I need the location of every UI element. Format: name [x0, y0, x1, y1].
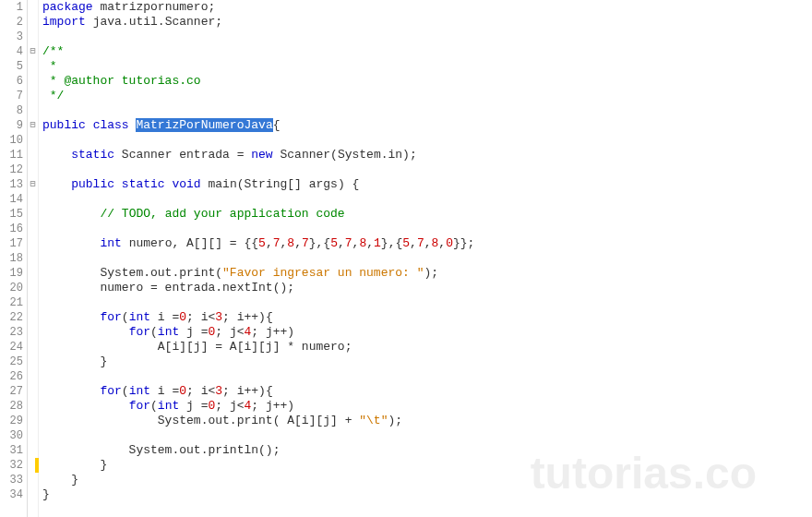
code-token: 0: [179, 310, 186, 324]
code-line[interactable]: *: [42, 59, 812, 74]
line-number: 15: [0, 207, 23, 222]
code-line[interactable]: /**: [42, 44, 812, 59]
code-line[interactable]: public class MatrizPorNumeroJava{: [42, 118, 812, 133]
code-line[interactable]: [42, 103, 812, 118]
code-line[interactable]: for(int j =0; j<4; j++): [42, 399, 812, 414]
line-number: 33: [0, 473, 23, 487]
code-token: /**: [42, 44, 64, 58]
fold-toggle-icon[interactable]: ⊟: [28, 177, 38, 192]
code-line[interactable]: System.out.print("Favor ingresar un nume…: [42, 266, 812, 281]
code-token: ; i<: [186, 384, 215, 398]
code-token: 7: [345, 236, 352, 250]
code-token: [86, 118, 93, 132]
code-token: public: [42, 118, 86, 132]
code-token: Scanner(System.in);: [273, 148, 417, 162]
line-number: 11: [0, 148, 23, 162]
code-line[interactable]: [42, 133, 812, 148]
code-line[interactable]: [42, 369, 812, 384]
code-line[interactable]: [42, 295, 812, 310]
fold-cell-empty: [28, 310, 38, 325]
code-line[interactable]: */: [42, 89, 812, 103]
code-token: ; i++){: [222, 384, 273, 398]
code-token: for: [129, 325, 150, 339]
code-token: },{: [381, 236, 402, 250]
line-number: 17: [0, 236, 23, 251]
code-token: (: [150, 325, 158, 339]
code-line[interactable]: A[i][j] = A[i][j] * numero;: [42, 340, 812, 355]
code-editor[interactable]: 1234567891011121314151617181920212223242…: [0, 0, 812, 517]
code-token: }: [42, 458, 107, 472]
fold-column[interactable]: ⊟⊟⊟: [28, 0, 39, 517]
code-token: * @author tutorias.co: [42, 74, 201, 88]
line-number: 31: [0, 443, 23, 458]
fold-cell-empty: [28, 15, 38, 30]
code-token: [42, 325, 129, 339]
code-token: ; j++): [251, 399, 294, 413]
code-line[interactable]: for(int j =0; j<4; j++): [42, 325, 812, 340]
code-line[interactable]: for(int i =0; i<3; i++){: [42, 310, 812, 325]
code-token: int: [158, 325, 179, 339]
line-number: 7: [0, 89, 23, 103]
line-number: 14: [0, 192, 23, 207]
code-line[interactable]: [42, 428, 812, 443]
code-token: }: [42, 487, 50, 501]
code-token: j =: [179, 399, 208, 413]
code-line[interactable]: // TODO, add your application code: [42, 207, 812, 222]
code-line[interactable]: static Scanner entrada = new Scanner(Sys…: [42, 148, 812, 162]
fold-cell-empty: [28, 281, 38, 295]
change-marker: [35, 458, 39, 473]
code-token: System.out.println();: [42, 443, 280, 457]
code-line[interactable]: [42, 192, 812, 207]
code-token: ; j++): [251, 325, 294, 339]
code-token: 3: [215, 384, 222, 398]
code-line[interactable]: int numero, A[][] = {{5,7,8,7},{5,7,8,1}…: [42, 236, 812, 251]
code-line[interactable]: import java.util.Scanner;: [42, 15, 812, 30]
code-token: int: [129, 310, 150, 324]
code-token: }: [42, 355, 107, 368]
code-token: 7: [302, 236, 309, 250]
line-number: 27: [0, 384, 23, 399]
code-token: 1: [374, 236, 381, 250]
line-number-gutter: 1234567891011121314151617181920212223242…: [0, 0, 28, 517]
fold-toggle-icon[interactable]: ⊟: [28, 118, 38, 133]
fold-cell-empty: [28, 89, 38, 103]
fold-cell-empty: [28, 0, 38, 15]
code-token: (: [122, 384, 129, 398]
fold-cell-empty: [28, 266, 38, 281]
code-token: ; i++){: [222, 310, 273, 324]
code-line[interactable]: }: [42, 458, 812, 473]
fold-cell-empty: [28, 192, 38, 207]
code-token: ;: [208, 0, 215, 14]
fold-cell-empty: [28, 236, 38, 251]
line-number: 6: [0, 74, 23, 89]
code-line[interactable]: System.out.println();: [42, 443, 812, 458]
code-token: ,: [424, 236, 432, 250]
code-token: "Favor ingresar un numero: ": [222, 266, 424, 280]
code-token: for: [129, 399, 150, 413]
code-line[interactable]: public static void main(String[] args) {: [42, 177, 812, 192]
code-token: [42, 207, 100, 221]
code-line[interactable]: [42, 30, 812, 44]
code-line[interactable]: [42, 162, 812, 177]
fold-cell-empty: [28, 103, 38, 118]
code-token: ,: [338, 236, 345, 250]
code-token: [114, 177, 122, 191]
code-line[interactable]: * @author tutorias.co: [42, 74, 812, 89]
line-number: 13: [0, 177, 23, 192]
fold-cell-empty: [28, 148, 38, 162]
fold-toggle-icon[interactable]: ⊟: [28, 44, 38, 59]
code-line[interactable]: System.out.print( A[i][j] + "\t");: [42, 414, 812, 428]
code-area[interactable]: package matrizpornumero;import java.util…: [39, 0, 812, 517]
line-number: 4: [0, 44, 23, 59]
code-line[interactable]: }: [42, 487, 812, 502]
code-line[interactable]: [42, 222, 812, 236]
line-number: 8: [0, 103, 23, 118]
code-token: int: [100, 236, 121, 250]
code-line[interactable]: package matrizpornumero;: [42, 0, 812, 15]
code-line[interactable]: }: [42, 473, 812, 487]
code-line[interactable]: }: [42, 355, 812, 369]
code-line[interactable]: for(int i =0; i<3; i++){: [42, 384, 812, 399]
fold-cell-empty: [28, 340, 38, 355]
code-line[interactable]: [42, 251, 812, 266]
code-line[interactable]: numero = entrada.nextInt();: [42, 281, 812, 295]
